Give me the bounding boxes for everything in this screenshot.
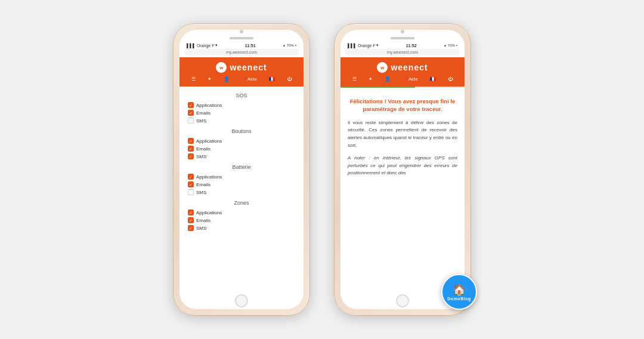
boutons-sms-row: SMS [188,153,295,159]
aide-link-2[interactable]: ❓Aide [402,76,418,82]
success-paragraph-2-text: A noter : en intérieur, les signaux GPS … [348,155,457,176]
app-nav-2: ☰ ✦ 👤 ❓Aide 🇫🇷 ⏻ [346,76,459,82]
time-display-1: 11:51 [245,44,256,48]
carrier-name-2: Orange F [358,44,376,48]
weenect-logo-text-1: weenect [230,63,267,72]
camera-dot-2 [401,30,404,33]
batterie-sms-label: SMS [196,190,206,195]
aide-link-1[interactable]: ❓Aide [242,76,257,82]
user-icon-2[interactable]: 👤 [385,76,391,82]
batterie-applications-checkbox[interactable] [188,174,194,180]
menu-icon-1[interactable]: ☰ [191,76,196,82]
app-header-2: w weenect ☰ ✦ 👤 ❓Aide 🇫🇷 ⏻ [340,57,465,87]
app-header-1: w weenect ☰ ✦ 👤 ❓Aide 🇫🇷 ⏻ [179,57,304,87]
battery-icon-1: ▪ [295,44,296,47]
boutons-emails-checkbox[interactable] [188,146,194,152]
sos-applications-row: Applications [188,102,295,108]
phone-2: ▌▌▌ Orange F ▾ 11:52 ✦ 70% ▪ my.weenect.… [334,23,471,316]
boutons-applications-label: Applications [196,138,222,144]
success-content: Félicitations ! Vous avez presque fini l… [340,93,465,292]
speaker-2 [391,37,414,39]
boutons-emails-label: Emails [196,146,210,152]
sos-applications-label: Applications [196,103,222,108]
zones-applications-label: Applications [196,210,222,215]
bluetooth-icon: ✦ [283,44,286,48]
settings-icon-1[interactable]: ✦ [208,76,212,82]
power-icon-2[interactable]: ⏻ [448,76,453,82]
sos-applications-checkbox[interactable] [188,102,194,108]
status-bar-2: ▌▌▌ Orange F ▾ 11:52 ✦ 70% ▪ [340,41,465,49]
flag-icon-1[interactable]: 🇫🇷 [269,76,275,82]
zones-emails-checkbox[interactable] [188,217,194,223]
zones-sms-label: SMS [196,226,206,231]
user-icon-1[interactable]: 👤 [224,76,230,82]
carrier-info-2: ▌▌▌ Orange F ▾ [348,43,379,48]
batterie-sms-checkbox[interactable] [188,189,194,195]
weenect-logo-icon-1: w [216,62,227,73]
url-bar-2[interactable]: my.weenect.com [345,49,460,56]
carrier-info: ▌▌▌ Orange F ▾ [187,43,218,48]
zones-sms-row: SMS [188,225,295,231]
sos-section: SOS Applications Emails SMS [188,93,295,124]
home-button-1[interactable] [235,294,248,307]
battery-percent-2: 70% [448,44,455,47]
flag-icon-2[interactable]: 🇫🇷 [430,76,436,82]
menu-icon-2[interactable]: ☰ [352,76,357,82]
boutons-title: Boutons [188,128,295,134]
batterie-emails-checkbox[interactable] [188,181,194,187]
batterie-title: Batterie [188,164,295,170]
sos-emails-label: Emails [196,110,210,116]
speaker [230,37,253,39]
boutons-section: Boutons Applications Emails SMS [188,128,295,159]
zones-sms-checkbox[interactable] [188,225,194,231]
logo-1: w weenect [185,62,298,73]
wifi-icon-2: ▾ [376,43,379,48]
notifications-content: SOS Applications Emails SMS [179,87,304,292]
zones-section: Zones Applications Emails SMS [188,200,295,231]
zones-applications-row: Applications [188,209,295,215]
weenect-logo-icon-2: w [377,62,388,73]
batterie-emails-row: Emails [188,181,295,187]
url-text-2: my.weenect.com [387,50,418,54]
bluetooth-icon-2: ✦ [444,44,447,48]
batterie-section: Batterie Applications Emails SMS [188,164,295,195]
battery-icon-2: ▪ [456,44,457,47]
zones-emails-row: Emails [188,217,295,223]
sos-emails-checkbox[interactable] [188,110,194,116]
sos-sms-label: SMS [196,118,206,124]
logo-2: w weenect [346,62,459,73]
battery-info-1: ✦ 70% ▪ [283,44,296,48]
app-nav-1: ☰ ✦ 👤 ❓Aide 🇫🇷 ⏻ [185,76,298,82]
domo-house-icon: 🏠 [453,283,466,297]
settings-icon-2[interactable]: ✦ [369,76,373,82]
status-bar-1: ▌▌▌ Orange F ▾ 11:51 ✦ 70% ▪ [179,41,304,49]
signal-bars-2: ▌▌▌ [348,44,357,48]
battery-info-2: ✦ 70% ▪ [444,44,457,48]
sos-sms-checkbox[interactable] [188,118,194,124]
success-paragraph-2: A noter : en intérieur, les signaux GPS … [348,155,457,177]
home-button-2[interactable] [396,294,409,307]
home-button-area-1 [179,292,304,309]
zones-applications-checkbox[interactable] [188,209,194,215]
carrier-name: Orange F [197,44,215,48]
boutons-sms-checkbox[interactable] [188,153,194,159]
sos-emails-row: Emails [188,110,295,116]
domo-blog-label: DomoBlog [447,297,470,301]
battery-percent-1: 70% [287,44,294,47]
progress-line [340,87,465,88]
boutons-applications-checkbox[interactable] [188,138,194,144]
zones-title: Zones [188,200,295,206]
phone-1: ▌▌▌ Orange F ▾ 11:51 ✦ 70% ▪ my.weenect.… [173,23,310,316]
zones-emails-label: Emails [196,218,210,223]
batterie-applications-label: Applications [196,174,222,180]
phones-container: ▌▌▌ Orange F ▾ 11:51 ✦ 70% ▪ my.weenect.… [173,23,471,316]
batterie-emails-label: Emails [196,182,210,187]
time-display-2: 11:52 [406,44,417,48]
url-text-1: my.weenect.com [226,50,257,54]
url-bar-1[interactable]: my.weenect.com [184,49,299,56]
sos-sms-row: SMS [188,118,295,124]
weenect-logo-text-2: weenect [391,63,428,72]
boutons-sms-label: SMS [196,154,206,159]
sos-title: SOS [188,93,295,98]
power-icon-1[interactable]: ⏻ [287,76,292,82]
